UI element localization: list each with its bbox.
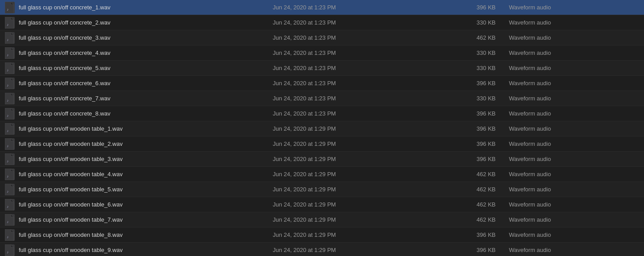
file-date: Jun 24, 2020 at 1:29 PM [264, 216, 451, 223]
table-row[interactable]: ♪ full glass cup on/off concrete_6.wavJu… [0, 76, 644, 91]
svg-text:♪: ♪ [7, 159, 8, 163]
file-type: Waveform audio [505, 156, 644, 162]
file-type: Waveform audio [505, 110, 644, 117]
table-row[interactable]: ♪ full glass cup on/off concrete_2.wavJu… [0, 15, 644, 30]
file-type: Waveform audio [505, 50, 644, 56]
file-date: Jun 24, 2020 at 1:23 PM [264, 65, 451, 71]
audio-file-icon: ♪ [4, 1, 16, 14]
file-size: 396 KB [451, 125, 505, 132]
audio-file-icon: ♪ [4, 183, 16, 196]
audio-file-icon: ♪ [4, 17, 16, 29]
file-date: Jun 24, 2020 at 1:29 PM [264, 156, 451, 162]
file-name: full glass cup on/off wooden table_3.wav [19, 156, 264, 162]
file-date: Jun 24, 2020 at 1:29 PM [264, 201, 451, 208]
file-name: full glass cup on/off wooden table_2.wav [19, 140, 264, 147]
file-name: full glass cup on/off wooden table_5.wav [19, 186, 264, 193]
file-size: 330 KB [451, 19, 505, 26]
file-name: full glass cup on/off concrete_2.wav [19, 19, 264, 26]
file-type: Waveform audio [505, 65, 644, 71]
svg-text:♪: ♪ [7, 205, 8, 209]
file-date: Jun 24, 2020 at 1:23 PM [264, 110, 451, 117]
file-date: Jun 24, 2020 at 1:23 PM [264, 50, 451, 56]
file-size: 396 KB [451, 247, 505, 253]
file-type: Waveform audio [505, 95, 644, 102]
file-type: Waveform audio [505, 201, 644, 208]
audio-file-icon: ♪ [4, 198, 16, 211]
audio-file-icon: ♪ [4, 214, 16, 226]
audio-file-icon: ♪ [4, 77, 16, 90]
file-date: Jun 24, 2020 at 1:29 PM [264, 171, 451, 178]
table-row[interactable]: ♪ full glass cup on/off wooden table_2.w… [0, 136, 644, 152]
file-type: Waveform audio [505, 247, 644, 253]
audio-file-icon: ♪ [4, 229, 16, 241]
file-type: Waveform audio [505, 186, 644, 193]
table-row[interactable]: ♪ full glass cup on/off wooden table_5.w… [0, 182, 644, 197]
file-type: Waveform audio [505, 4, 644, 11]
audio-file-icon: ♪ [4, 32, 16, 44]
table-row[interactable]: ♪ full glass cup on/off concrete_8.wavJu… [0, 106, 644, 121]
file-size: 396 KB [451, 80, 505, 87]
svg-text:♪: ♪ [7, 190, 8, 194]
file-size: 396 KB [451, 4, 505, 11]
file-type: Waveform audio [505, 125, 644, 132]
file-date: Jun 24, 2020 at 1:23 PM [264, 95, 451, 102]
svg-text:♪: ♪ [7, 99, 8, 103]
table-row[interactable]: ♪ full glass cup on/off wooden table_6.w… [0, 197, 644, 212]
svg-text:♪: ♪ [7, 174, 8, 178]
file-list: ♪ full glass cup on/off concrete_1.wavJu… [0, 0, 644, 256]
file-date: Jun 24, 2020 at 1:29 PM [264, 140, 451, 147]
svg-text:♪: ♪ [7, 114, 8, 118]
svg-text:♪: ♪ [7, 235, 8, 239]
file-type: Waveform audio [505, 231, 644, 238]
audio-file-icon: ♪ [4, 123, 16, 135]
audio-file-icon: ♪ [4, 153, 16, 165]
svg-text:♪: ♪ [7, 83, 8, 87]
svg-text:♪: ♪ [7, 144, 8, 148]
audio-file-icon: ♪ [4, 62, 16, 74]
audio-file-icon: ♪ [4, 107, 16, 120]
file-size: 462 KB [451, 34, 505, 41]
table-row[interactable]: ♪ full glass cup on/off concrete_1.wavJu… [0, 0, 644, 15]
file-name: full glass cup on/off concrete_5.wav [19, 65, 264, 71]
svg-text:♪: ♪ [7, 220, 8, 224]
file-name: full glass cup on/off concrete_3.wav [19, 34, 264, 41]
table-row[interactable]: ♪ full glass cup on/off wooden table_1.w… [0, 121, 644, 136]
audio-file-icon: ♪ [4, 47, 16, 59]
file-size: 396 KB [451, 140, 505, 147]
svg-text:♪: ♪ [7, 8, 8, 12]
table-row[interactable]: ♪ full glass cup on/off concrete_4.wavJu… [0, 45, 644, 61]
table-row[interactable]: ♪ full glass cup on/off concrete_3.wavJu… [0, 30, 644, 45]
file-size: 330 KB [451, 50, 505, 56]
audio-file-icon: ♪ [4, 138, 16, 150]
audio-file-icon: ♪ [4, 168, 16, 181]
file-size: 462 KB [451, 171, 505, 178]
file-date: Jun 24, 2020 at 1:29 PM [264, 186, 451, 193]
table-row[interactable]: ♪ full glass cup on/off concrete_7.wavJu… [0, 91, 644, 106]
file-size: 330 KB [451, 95, 505, 102]
file-name: full glass cup on/off wooden table_6.wav [19, 201, 264, 208]
file-date: Jun 24, 2020 at 1:29 PM [264, 247, 451, 253]
svg-text:♪: ♪ [7, 250, 8, 254]
table-row[interactable]: ♪ full glass cup on/off wooden table_7.w… [0, 212, 644, 227]
file-size: 462 KB [451, 186, 505, 193]
file-date: Jun 24, 2020 at 1:23 PM [264, 80, 451, 87]
file-name: full glass cup on/off concrete_4.wav [19, 50, 264, 56]
file-name: full glass cup on/off concrete_7.wav [19, 95, 264, 102]
file-date: Jun 24, 2020 at 1:23 PM [264, 34, 451, 41]
table-row[interactable]: ♪ full glass cup on/off wooden table_8.w… [0, 227, 644, 243]
file-date: Jun 24, 2020 at 1:23 PM [264, 19, 451, 26]
table-row[interactable]: ♪ full glass cup on/off wooden table_9.w… [0, 243, 644, 256]
file-type: Waveform audio [505, 216, 644, 223]
table-row[interactable]: ♪ full glass cup on/off concrete_5.wavJu… [0, 61, 644, 76]
file-type: Waveform audio [505, 140, 644, 147]
file-size: 462 KB [451, 216, 505, 223]
file-date: Jun 24, 2020 at 1:29 PM [264, 231, 451, 238]
file-size: 330 KB [451, 65, 505, 71]
table-row[interactable]: ♪ full glass cup on/off wooden table_3.w… [0, 152, 644, 167]
file-size: 396 KB [451, 110, 505, 117]
file-size: 396 KB [451, 156, 505, 162]
svg-text:♪: ♪ [7, 68, 8, 72]
audio-file-icon: ♪ [4, 244, 16, 256]
file-size: 462 KB [451, 201, 505, 208]
table-row[interactable]: ♪ full glass cup on/off wooden table_4.w… [0, 167, 644, 182]
